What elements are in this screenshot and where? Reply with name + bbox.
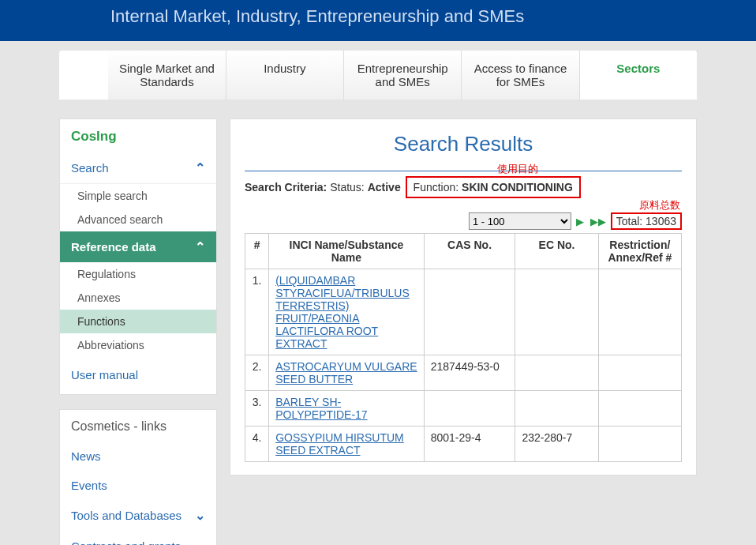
site-subtitle: Internal Market, Industry, Entrepreneurs… bbox=[110, 6, 756, 27]
sidebar-functions[interactable]: Functions bbox=[60, 310, 216, 333]
col-restriction: Restriction/ Annex/Ref # bbox=[598, 234, 681, 269]
tab-access-finance[interactable]: Access to finance for SMEs bbox=[462, 51, 579, 100]
row-number: 3. bbox=[245, 391, 269, 427]
pager-next-icon[interactable]: ▶ bbox=[574, 216, 586, 227]
substance-link[interactable]: (LIQUIDAMBAR STYRACIFLUA/TRIBULUS TERRES… bbox=[275, 274, 410, 350]
restriction-cell bbox=[598, 427, 681, 462]
chevron-down-icon: ⌄ bbox=[195, 508, 205, 523]
total-label: Total: bbox=[616, 215, 642, 227]
ec-cell bbox=[515, 355, 598, 391]
sidebar-search-label: Search bbox=[71, 161, 109, 175]
page-range-select[interactable]: 1 - 100 bbox=[469, 212, 571, 230]
main-tabs: Single Market and Standards Industry Ent… bbox=[59, 51, 697, 100]
criteria-function-label: Function: bbox=[414, 181, 459, 194]
criteria-status-label: Status: bbox=[330, 181, 365, 194]
chevron-up-icon: ⌃ bbox=[195, 160, 205, 175]
sidebar-link-news[interactable]: News bbox=[60, 442, 216, 471]
sidebar-regulations[interactable]: Regulations bbox=[60, 262, 216, 286]
table-row: 2. ASTROCARYUM VULGARE SEED BUTTER 21874… bbox=[245, 355, 682, 391]
cosing-title: CosIng bbox=[60, 129, 216, 152]
main-content: Search Results 使用目的 Search Criteria: Sta… bbox=[230, 118, 697, 475]
table-row: 1. (LIQUIDAMBAR STYRACIFLUA/TRIBULUS TER… bbox=[245, 269, 682, 355]
ec-cell bbox=[515, 269, 598, 355]
sidebar-user-manual[interactable]: User manual bbox=[60, 357, 216, 389]
cas-cell bbox=[424, 269, 515, 355]
criteria-status-value: Active bbox=[368, 181, 401, 194]
substance-link[interactable]: BARLEY SH-POLYPEPTIDE-17 bbox=[275, 396, 367, 421]
cas-cell: 8001-29-4 bbox=[424, 427, 515, 462]
sidebar: CosIng Search ⌃ Simple search Advanced s… bbox=[59, 118, 217, 545]
user-manual-label: User manual bbox=[71, 368, 138, 382]
row-number: 2. bbox=[245, 355, 269, 391]
tab-spacer bbox=[59, 51, 108, 100]
criteria-function-value: SKIN CONDITIONING bbox=[462, 181, 573, 194]
sidebar-section-search[interactable]: Search ⌃ bbox=[60, 152, 216, 184]
cas-cell: 2187449-53-0 bbox=[424, 355, 515, 391]
pager-last-icon[interactable]: ▶▶ bbox=[589, 216, 608, 227]
substance-link[interactable]: GOSSYPIUM HIRSUTUM SEED EXTRACT bbox=[275, 431, 404, 457]
criteria-function-box: Function: SKIN CONDITIONING bbox=[406, 176, 581, 198]
tab-industry[interactable]: Industry bbox=[226, 51, 344, 100]
col-cas: CAS No. bbox=[424, 234, 515, 269]
tab-entrepreneurship[interactable]: Entrepreneurship and SMEs bbox=[344, 51, 462, 100]
table-row: 4. GOSSYPIUM HIRSUTUM SEED EXTRACT 8001-… bbox=[245, 427, 682, 462]
page-title: Search Results bbox=[245, 132, 682, 156]
sidebar-advanced-search[interactable]: Advanced search bbox=[60, 208, 216, 231]
annotation-purpose: 使用目的 bbox=[497, 162, 538, 176]
ec-cell bbox=[515, 391, 598, 427]
annotation-total: 原料总数 bbox=[639, 198, 680, 212]
chevron-up-icon: ⌃ bbox=[195, 239, 205, 254]
restriction-cell bbox=[598, 269, 681, 355]
sidebar-simple-search[interactable]: Simple search bbox=[60, 184, 216, 208]
sidebar-reference-label: Reference data bbox=[71, 240, 156, 254]
tab-sectors[interactable]: Sectors bbox=[580, 51, 697, 100]
table-header-row: # INCI Name/Substance Name CAS No. EC No… bbox=[245, 234, 682, 269]
row-number: 1. bbox=[245, 269, 269, 355]
row-number: 4. bbox=[245, 427, 269, 462]
col-num: # bbox=[245, 234, 269, 269]
sidebar-annexes[interactable]: Annexes bbox=[60, 286, 216, 310]
cosmetics-links-panel: Cosmetics - links News Events Tools and … bbox=[59, 409, 217, 545]
sidebar-section-reference[interactable]: Reference data ⌃ bbox=[60, 231, 216, 262]
search-criteria: Search Criteria: Status: Active Function… bbox=[245, 176, 682, 198]
sidebar-link-events[interactable]: Events bbox=[60, 471, 216, 500]
chevron-down-icon: ⌄ bbox=[195, 539, 205, 545]
col-inci: INCI Name/Substance Name bbox=[269, 234, 424, 269]
header-banner: Internal Market, Industry, Entrepreneurs… bbox=[0, 0, 756, 41]
restriction-cell bbox=[598, 355, 681, 391]
sidebar-link-contracts[interactable]: Contracts and grants⌄ bbox=[60, 531, 216, 545]
table-row: 3. BARLEY SH-POLYPEPTIDE-17 bbox=[245, 391, 682, 427]
restriction-cell bbox=[598, 391, 681, 427]
sidebar-abbreviations[interactable]: Abbreviations bbox=[60, 333, 216, 357]
col-ec: EC No. bbox=[515, 234, 598, 269]
cosmetics-links-title: Cosmetics - links bbox=[60, 419, 216, 442]
total-value: 13063 bbox=[646, 215, 676, 227]
total-box: Total: 13063 bbox=[611, 212, 682, 230]
criteria-prefix: Search Criteria: bbox=[245, 181, 327, 194]
cosing-panel: CosIng Search ⌃ Simple search Advanced s… bbox=[59, 118, 217, 395]
ec-cell: 232-280-7 bbox=[515, 427, 598, 462]
substance-link[interactable]: ASTROCARYUM VULGARE SEED BUTTER bbox=[275, 360, 417, 385]
sidebar-link-tools[interactable]: Tools and Databases⌄ bbox=[60, 500, 216, 531]
results-table: # INCI Name/Substance Name CAS No. EC No… bbox=[245, 233, 682, 462]
divider bbox=[245, 171, 682, 171]
cas-cell bbox=[424, 391, 515, 427]
tab-single-market[interactable]: Single Market and Standards bbox=[108, 51, 226, 100]
